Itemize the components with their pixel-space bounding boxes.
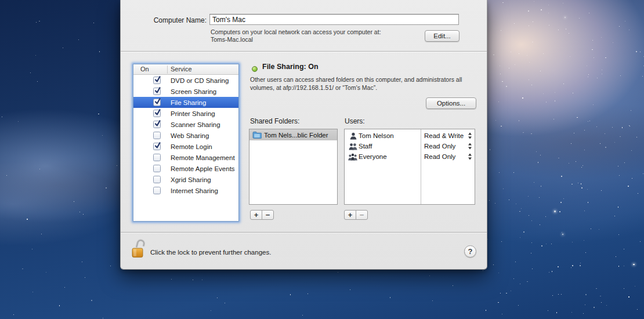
checked-checkbox-icon[interactable] [153, 143, 161, 150]
service-row[interactable]: File Sharing [133, 97, 238, 108]
user-name: Tom Nelson [359, 132, 394, 139]
shared-folder-name: Tom Nels...blic Folder [264, 132, 328, 139]
service-row[interactable]: Xgrid Sharing [133, 174, 238, 185]
unchecked-checkbox-icon[interactable] [153, 176, 161, 183]
footer-section: Click the lock to prevent further change… [121, 232, 487, 269]
status-indicator-icon [252, 66, 258, 72]
user-icon [349, 132, 357, 140]
shared-folders-list[interactable]: Tom Nels...blic Folder [249, 129, 338, 205]
computer-name-label: Computer Name: [121, 16, 207, 24]
computer-name-input[interactable] [209, 14, 459, 25]
folder-icon [252, 131, 262, 139]
remove-user-button[interactable]: − [356, 210, 368, 220]
column-header-on: On [140, 66, 149, 72]
network-access-note: Computers on your local network can acce… [211, 28, 431, 44]
checked-checkbox-icon[interactable] [153, 77, 161, 84]
service-row[interactable]: Internet Sharing [133, 185, 238, 196]
service-label: Screen Sharing [171, 88, 216, 95]
checked-checkbox-icon[interactable] [153, 99, 161, 106]
shared-folder-row[interactable]: Tom Nels...blic Folder [249, 129, 337, 140]
permission-stepper-icon[interactable] [468, 154, 472, 160]
users-list[interactable]: Tom NelsonRead & WriteStaffRead OnlyEver… [344, 129, 475, 205]
add-shared-folder-button[interactable]: + [250, 210, 262, 220]
service-row[interactable]: Scanner Sharing [133, 119, 238, 130]
service-label: DVD or CD Sharing [171, 77, 229, 84]
user-name: Everyone [359, 153, 387, 160]
network-access-note-line2: Toms-Mac.local [211, 36, 431, 44]
service-row[interactable]: Remote Apple Events [133, 163, 238, 174]
unchecked-checkbox-icon[interactable] [153, 132, 161, 139]
everyone-icon [348, 153, 357, 161]
service-label: Printer Sharing [171, 110, 215, 117]
service-label: Remote Management [171, 154, 235, 161]
user-name: Staff [359, 143, 372, 150]
users-icon [349, 143, 357, 150]
options-button[interactable]: Options... [426, 97, 476, 109]
permission-value[interactable]: Read & Write [424, 132, 464, 139]
unchecked-checkbox-icon[interactable] [153, 154, 161, 161]
column-divider [167, 66, 168, 74]
users-label: Users: [345, 117, 365, 125]
column-header-service: Service [171, 66, 192, 72]
user-row[interactable]: EveryoneRead Only [345, 151, 475, 162]
lock-message: Click the lock to prevent further change… [150, 249, 271, 256]
permission-stepper-icon[interactable] [468, 133, 472, 139]
network-access-note-line1: Computers on your local network can acce… [211, 28, 431, 36]
sharing-preferences-window: Computer Name: Computers on your local n… [120, 0, 487, 270]
service-label: Scanner Sharing [171, 121, 220, 128]
service-row[interactable]: DVD or CD Sharing [133, 75, 238, 86]
checked-checkbox-icon[interactable] [153, 110, 161, 117]
remove-shared-folder-button[interactable]: − [262, 210, 274, 220]
users-list-body: Tom NelsonRead & WriteStaffRead OnlyEver… [345, 130, 475, 204]
permission-stepper-icon[interactable] [468, 143, 472, 150]
unchecked-checkbox-icon[interactable] [153, 165, 161, 172]
edit-button[interactable]: Edit... [425, 30, 460, 42]
service-label: Internet Sharing [171, 187, 218, 194]
permission-value[interactable]: Read Only [424, 153, 455, 160]
checked-checkbox-icon[interactable] [153, 88, 161, 95]
services-list-header: On Service [133, 64, 238, 75]
shared-folders-label: Shared Folders: [250, 117, 299, 125]
service-list-body: DVD or CD SharingScreen SharingFile Shar… [133, 75, 238, 196]
service-label: Remote Apple Events [171, 165, 235, 172]
service-row[interactable]: Web Sharing [133, 130, 238, 141]
service-label: Remote Login [171, 143, 212, 150]
user-row[interactable]: StaffRead Only [345, 141, 475, 151]
permission-value[interactable]: Read Only [424, 143, 455, 150]
unlocked-icon[interactable] [131, 237, 149, 263]
unchecked-checkbox-icon[interactable] [153, 187, 161, 194]
service-label: Web Sharing [171, 132, 209, 139]
service-label: Xgrid Sharing [171, 176, 211, 183]
service-row[interactable]: Printer Sharing [133, 108, 238, 119]
user-row[interactable]: Tom NelsonRead & Write [345, 130, 475, 141]
service-row[interactable]: Remote Login [133, 141, 238, 152]
computer-name-section: Computer Name: Computers on your local n… [121, 0, 487, 52]
checked-checkbox-icon[interactable] [153, 121, 161, 128]
help-button[interactable]: ? [464, 245, 476, 258]
file-sharing-status: File Sharing: On [262, 63, 319, 71]
desktop: Computer Name: Computers on your local n… [0, 0, 644, 319]
service-label: File Sharing [171, 99, 206, 106]
add-user-button[interactable]: + [344, 210, 356, 220]
file-sharing-description: Other users can access shared folders on… [250, 76, 479, 92]
service-row[interactable]: Screen Sharing [133, 86, 238, 97]
services-list[interactable]: On Service DVD or CD SharingScreen Shari… [133, 64, 239, 222]
service-row[interactable]: Remote Management [133, 152, 238, 163]
